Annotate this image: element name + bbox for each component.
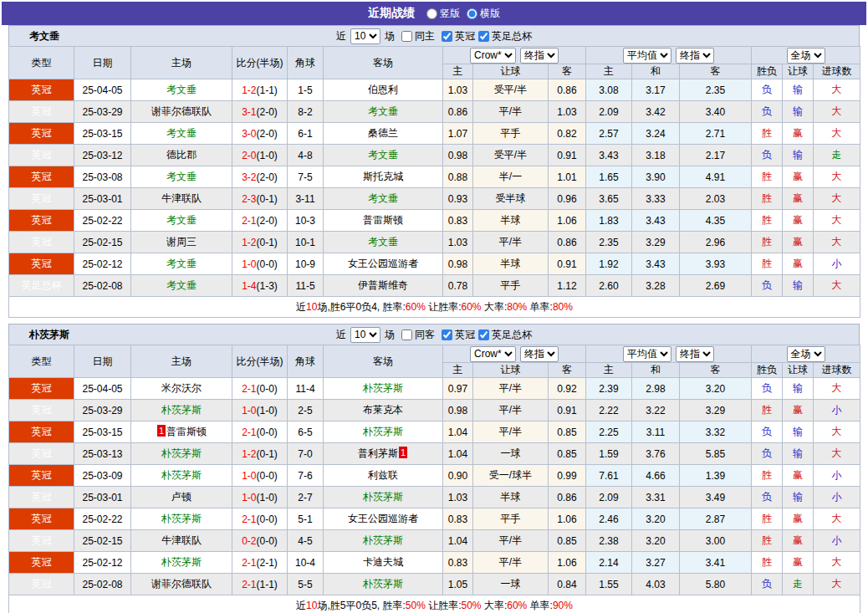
halftime-score: (2-0) — [257, 171, 278, 183]
fulltime-score: 1-0 — [242, 405, 256, 416]
odds-stage-select-2[interactable]: 终指 — [676, 346, 714, 362]
match-row: 英冠25-02-22考文垂2-1(2-0)10-3普雷斯顿0.83半球1.061… — [9, 210, 860, 232]
horizontal-radio[interactable] — [467, 8, 477, 19]
home-team-name: 普雷斯顿 — [166, 426, 207, 437]
avg-away-odds: 2.03 — [680, 188, 752, 210]
goals-cell: 走 — [814, 145, 860, 166]
score-cell: 3-0(2-0) — [232, 123, 288, 145]
away-team-cell: 考文垂 — [324, 101, 443, 123]
league-type-cell: 英冠 — [9, 552, 74, 574]
horizontal-radio-label: 横版 — [480, 7, 500, 21]
league-type-cell: 英冠 — [9, 421, 74, 443]
same-venue-label: 同主 — [415, 29, 435, 43]
crown-handicap: 平/半 — [473, 101, 549, 123]
cup-filter-checkbox[interactable] — [478, 31, 489, 42]
handicap-result-cell: 赢 — [783, 123, 814, 145]
date-cell: 25-02-08 — [74, 275, 131, 297]
corner-cell: 6-1 — [288, 123, 324, 145]
home-team-cell: 朴茨茅斯 — [131, 552, 232, 574]
avg-away-odds: 2.71 — [680, 123, 752, 145]
avg-draw-odds: 3.20 — [632, 530, 680, 552]
league-filter-checkbox[interactable] — [442, 31, 452, 42]
bookmaker-select[interactable]: Crow* — [470, 48, 516, 64]
match-row: 英冠25-03-01卢顿1-0(1-0)2-7朴茨茅斯1.03半球0.862.0… — [9, 487, 860, 508]
subcol-avg-home: 主 — [586, 64, 632, 79]
avg-home-odds: 1.92 — [586, 253, 632, 275]
score-cell: 1-4(1-3) — [232, 275, 288, 297]
avg-away-odds: 2.69 — [680, 275, 752, 297]
odds-stage-select[interactable]: 终指 — [520, 48, 559, 64]
fulltime-select[interactable]: 全场 — [787, 48, 825, 64]
summary-text: 90% — [553, 600, 573, 611]
crown-handicap: 半球 — [473, 210, 549, 232]
avg-draw-odds: 3.28 — [632, 275, 680, 297]
recent-count-select[interactable]: 10 — [350, 327, 380, 343]
cup-filter-label: 英足总杯 — [492, 328, 532, 342]
cup-filter-label: 英足总杯 — [492, 29, 532, 43]
goals-cell: 大 — [814, 101, 860, 123]
odds-stage-select[interactable]: 终指 — [520, 346, 559, 362]
corner-cell: 11-5 — [288, 275, 324, 297]
subcol-crown-handicap: 让球 — [473, 64, 549, 79]
crown-handicap: 半球 — [473, 487, 549, 508]
away-team-cell: 考文垂 — [324, 188, 443, 210]
layout-option-vertical[interactable]: 竖版 — [426, 7, 460, 21]
crown-home-odds: 0.86 — [443, 101, 473, 123]
match-row: 英冠25-02-15谢周三1-2(0-1)10-1考文垂1.03平/半0.862… — [9, 232, 860, 253]
cup-filter-checkbox[interactable] — [478, 329, 489, 340]
away-team-cell: 朴茨茅斯 — [324, 421, 443, 443]
subcol-handicap-result: 让球 — [783, 363, 814, 378]
goals-cell: 大 — [814, 210, 860, 232]
home-team-cell: 牛津联队 — [131, 188, 232, 210]
date-cell: 25-02-15 — [74, 530, 131, 552]
away-team-cell: 女王公园巡游者 — [324, 253, 443, 275]
avg-home-odds: 1.55 — [586, 574, 632, 595]
result-cell: 胜 — [752, 123, 783, 145]
away-team-name: 考文垂 — [368, 236, 398, 248]
score-cell: 2-1(0-0) — [232, 378, 288, 400]
same-venue-checkbox[interactable] — [401, 329, 412, 340]
average-select[interactable]: 平均值 — [623, 48, 671, 64]
avg-away-odds: 2.35 — [680, 79, 752, 101]
away-team-name: 朴茨茅斯 — [363, 382, 403, 394]
layout-option-horizontal[interactable]: 横版 — [467, 7, 500, 21]
col-score: 比分(半场) — [232, 345, 288, 378]
home-team-name: 米尔沃尔 — [161, 382, 202, 394]
subcol-avg-away: 客 — [680, 363, 752, 378]
home-team-name: 考文垂 — [166, 171, 197, 182]
avg-away-odds: 5.80 — [680, 574, 752, 595]
corner-cell: 10-4 — [288, 552, 324, 574]
match-row: 英冠25-02-12朴茨茅斯2-1(2-1)10-4卡迪夫城0.83平/半1.0… — [9, 552, 860, 574]
avg-home-odds: 1.65 — [586, 166, 632, 188]
filter-near-label: 近 — [336, 29, 346, 43]
league-filter-checkbox[interactable] — [442, 329, 452, 340]
average-select[interactable]: 平均值 — [623, 346, 671, 362]
subcol-goals: 进球数 — [814, 64, 860, 79]
fulltime-score: 1-4 — [242, 280, 256, 292]
halftime-score: (0-0) — [257, 535, 278, 547]
odds-stage-select-2[interactable]: 终指 — [676, 48, 714, 64]
match-row: 英冠25-02-15牛津联队0-2(0-0)4-5朴茨茅斯1.04平/半0.85… — [9, 530, 860, 552]
fulltime-score: 2-1 — [242, 579, 256, 590]
corner-cell: 1-5 — [288, 79, 324, 101]
bookmaker-select[interactable]: Crow* — [470, 346, 516, 362]
result-cell: 胜 — [752, 232, 783, 253]
league-type-cell: 英冠 — [9, 465, 74, 487]
corner-cell: 3-11 — [288, 188, 324, 210]
same-venue-checkbox[interactable] — [401, 31, 412, 42]
avg-home-odds: 2.22 — [586, 400, 632, 421]
fulltime-score: 2-1 — [242, 557, 256, 569]
col-home: 主场 — [131, 47, 232, 79]
result-cell: 胜 — [752, 530, 783, 552]
goals-cell: 大 — [814, 552, 860, 574]
recent-count-select[interactable]: 10 — [350, 28, 380, 44]
col-away: 客场 — [324, 47, 443, 79]
halftime-score: (1-1) — [257, 579, 278, 590]
vertical-radio[interactable] — [426, 8, 437, 19]
score-cell: 1-2(1-1) — [232, 79, 288, 101]
away-team-cell: 斯托克城 — [324, 166, 443, 188]
away-team-cell: 女王公园巡游者 — [324, 508, 443, 530]
home-team-cell: 牛津联队 — [131, 530, 232, 552]
fulltime-select[interactable]: 全场 — [787, 346, 825, 362]
summary-text: 场,胜5平0负5, 胜率: — [317, 600, 405, 611]
